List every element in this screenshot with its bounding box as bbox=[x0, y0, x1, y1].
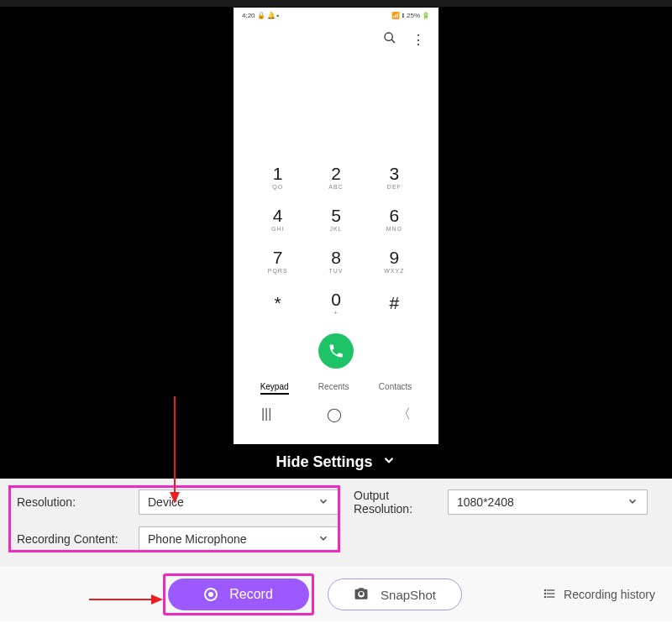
key-star[interactable]: * bbox=[249, 285, 307, 322]
key-7[interactable]: 7PQRS bbox=[249, 243, 307, 280]
preview-area: 4:20 🔒 🔔 ▪ 📶 ⫿ 25% 🔋 ⋮ 1QO 2ABC 3DEF 4GH… bbox=[0, 7, 672, 445]
key-digit: 3 bbox=[389, 165, 399, 182]
key-digit: 4 bbox=[273, 207, 283, 224]
list-icon bbox=[543, 587, 557, 603]
chevron-down-icon bbox=[318, 532, 329, 546]
battery-percent: 25% bbox=[407, 12, 420, 19]
key-letters: WXYZ bbox=[384, 268, 404, 274]
key-digit: # bbox=[389, 294, 399, 312]
key-2[interactable]: 2ABC bbox=[307, 159, 365, 196]
key-6[interactable]: 6MNO bbox=[365, 201, 423, 238]
phone-screen: 4:20 🔒 🔔 ▪ 📶 ⫿ 25% 🔋 ⋮ 1QO 2ABC 3DEF 4GH… bbox=[234, 8, 438, 444]
dialer-display bbox=[234, 56, 438, 159]
key-digit: 7 bbox=[273, 249, 283, 266]
record-label: Record bbox=[229, 587, 273, 602]
svg-point-8 bbox=[544, 593, 545, 594]
recording-content-dropdown[interactable]: Phone Microphone bbox=[139, 526, 339, 552]
keypad: 1QO 2ABC 3DEF 4GHI 5JKL 6MNO 7PQRS 8TUV … bbox=[234, 159, 438, 322]
signal-icon: ⫿ bbox=[402, 12, 405, 19]
bell-icon: 🔔 bbox=[267, 12, 276, 19]
chevron-down-icon bbox=[381, 453, 396, 472]
tab-contacts[interactable]: Contacts bbox=[379, 382, 412, 395]
key-letters: JKL bbox=[329, 226, 342, 232]
lock-icon: 🔒 bbox=[257, 12, 265, 19]
key-1[interactable]: 1QO bbox=[249, 159, 307, 196]
svg-point-0 bbox=[385, 33, 392, 40]
tab-recents[interactable]: Recents bbox=[318, 382, 349, 395]
phone-status-bar: 4:20 🔒 🔔 ▪ 📶 ⫿ 25% 🔋 bbox=[234, 8, 438, 23]
nav-back-icon[interactable]: 〈 bbox=[397, 406, 411, 423]
recording-content-label: Recording Content: bbox=[17, 532, 139, 546]
key-digit: 9 bbox=[389, 249, 399, 266]
recording-history-link[interactable]: Recording history bbox=[543, 587, 655, 603]
key-4[interactable]: 4GHI bbox=[249, 201, 307, 238]
key-letters: QO bbox=[272, 184, 283, 190]
resolution-value: Device bbox=[148, 495, 184, 509]
snapshot-button[interactable]: SnapShot bbox=[328, 578, 462, 610]
chevron-down-icon bbox=[318, 495, 329, 509]
key-digit: 5 bbox=[331, 207, 341, 224]
snapshot-label: SnapShot bbox=[381, 588, 436, 602]
key-digit: 1 bbox=[273, 165, 283, 182]
key-hash[interactable]: # bbox=[365, 285, 423, 322]
battery-icon: 🔋 bbox=[422, 12, 430, 19]
key-letters: MNO bbox=[386, 226, 402, 232]
record-button[interactable]: Record bbox=[168, 578, 309, 610]
annotation-highlight-record: Record bbox=[163, 573, 314, 615]
resolution-dropdown[interactable]: Device bbox=[139, 490, 339, 515]
key-digit: 0 bbox=[331, 291, 341, 308]
output-resolution-dropdown[interactable]: 1080*2408 bbox=[448, 490, 648, 515]
camera-icon bbox=[354, 586, 369, 604]
key-5[interactable]: 5JKL bbox=[307, 201, 365, 238]
recording-content-value: Phone Microphone bbox=[148, 532, 247, 546]
call-button[interactable] bbox=[318, 333, 354, 369]
key-letters: PQRS bbox=[268, 268, 288, 274]
svg-point-9 bbox=[544, 596, 545, 597]
key-9[interactable]: 9WXYZ bbox=[365, 243, 423, 280]
key-letters: DEF bbox=[387, 184, 402, 190]
key-digit: * bbox=[275, 294, 281, 312]
svg-line-1 bbox=[391, 39, 395, 43]
tab-keypad[interactable]: Keypad bbox=[260, 382, 289, 395]
history-label: Recording history bbox=[564, 588, 655, 601]
key-letters: GHI bbox=[271, 226, 284, 232]
output-resolution-value: 1080*2408 bbox=[457, 495, 514, 509]
dialer-tabs: Keypad Recents Contacts bbox=[234, 377, 438, 401]
chevron-down-icon bbox=[627, 495, 638, 509]
hide-settings-toggle[interactable]: Hide Settings bbox=[0, 445, 672, 479]
search-icon[interactable] bbox=[383, 31, 396, 48]
key-8[interactable]: 8TUV bbox=[307, 243, 365, 280]
nav-home-icon[interactable]: ◯ bbox=[327, 406, 342, 422]
nav-recent-icon[interactable]: ||| bbox=[261, 406, 271, 421]
bottom-toolbar: Record SnapShot Recording history bbox=[0, 568, 672, 621]
settings-panel: Resolution: Device Output Resolution: 10… bbox=[0, 479, 672, 567]
window-chrome bbox=[0, 0, 672, 7]
key-digit: 2 bbox=[331, 165, 341, 182]
resolution-label: Resolution: bbox=[17, 495, 139, 509]
record-icon bbox=[204, 588, 218, 601]
key-3[interactable]: 3DEF bbox=[365, 159, 423, 196]
key-letters: ABC bbox=[328, 184, 343, 190]
svg-point-7 bbox=[544, 589, 545, 590]
key-digit: 8 bbox=[331, 249, 341, 266]
hide-settings-label: Hide Settings bbox=[276, 453, 372, 471]
key-letters: + bbox=[333, 310, 338, 316]
key-0[interactable]: 0+ bbox=[307, 285, 365, 322]
key-digit: 6 bbox=[389, 207, 399, 224]
output-resolution-label: Output Resolution: bbox=[339, 489, 448, 516]
key-letters: TUV bbox=[328, 268, 343, 274]
android-nav-bar: ||| ◯ 〈 bbox=[234, 401, 438, 427]
status-time: 4:20 bbox=[242, 12, 255, 19]
phone-toolbar: ⋮ bbox=[234, 23, 438, 56]
more-icon[interactable]: ⋮ bbox=[412, 32, 425, 48]
app-icon: ▪ bbox=[277, 12, 280, 19]
wifi-icon: 📶 bbox=[391, 12, 400, 19]
